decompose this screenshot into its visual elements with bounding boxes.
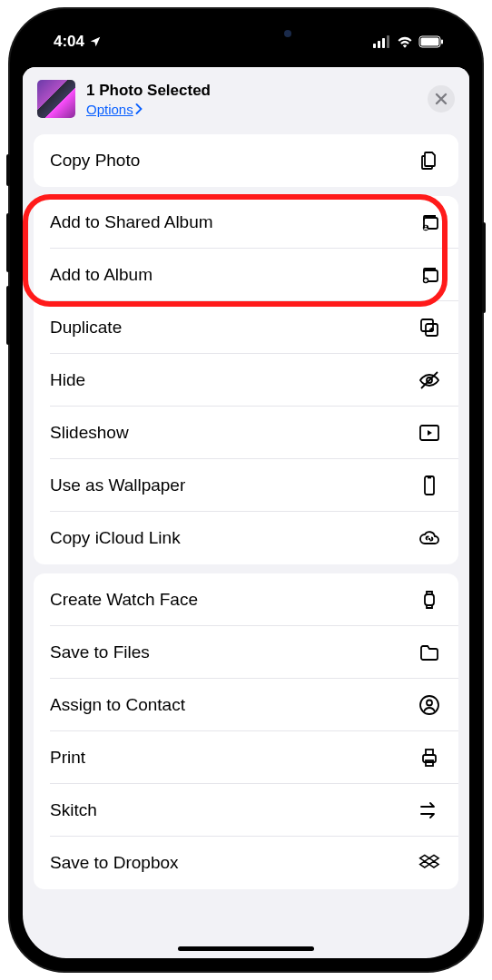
svg-rect-6 <box>441 40 443 44</box>
svg-rect-0 <box>373 44 376 48</box>
photo-thumbnail[interactable] <box>37 80 75 118</box>
action-group: Add to Shared Album Add to Album Duplica… <box>34 196 458 564</box>
copy-photo-row[interactable]: Copy Photo <box>34 134 458 187</box>
options-label: Options <box>86 102 133 117</box>
power-button <box>482 222 486 313</box>
sheet-header: 1 Photo Selected Options <box>23 67 469 134</box>
row-label: Use as Wallpaper <box>50 475 185 495</box>
location-icon <box>89 35 102 48</box>
shared-album-icon <box>417 210 442 235</box>
share-sheet: 1 Photo Selected Options Copy Photo <box>23 67 469 958</box>
row-label: Assign to Contact <box>50 695 185 715</box>
add-album-row[interactable]: Add to Album <box>34 249 458 301</box>
assign-contact-row[interactable]: Assign to Contact <box>34 679 458 731</box>
close-button[interactable] <box>428 85 455 113</box>
svg-rect-1 <box>378 41 380 48</box>
skitch-icon <box>417 798 442 823</box>
wallpaper-icon <box>417 473 442 498</box>
svg-rect-23 <box>426 750 433 755</box>
folder-icon <box>417 640 442 665</box>
actions-list: Copy Photo Add to Shared Album <box>23 134 469 889</box>
svg-rect-19 <box>425 594 434 605</box>
hide-row[interactable]: Hide <box>34 354 458 407</box>
contact-icon <box>417 692 442 718</box>
dropbox-row[interactable]: Save to Dropbox <box>34 837 458 889</box>
notch <box>151 22 341 47</box>
duplicate-icon <box>417 315 442 340</box>
row-label: Copy iCloud Link <box>50 528 181 548</box>
watch-icon <box>417 587 442 612</box>
close-icon <box>435 93 448 105</box>
volume-up-button <box>6 213 10 272</box>
print-row[interactable]: Print <box>34 731 458 784</box>
svg-rect-3 <box>387 35 389 48</box>
side-button <box>6 154 10 186</box>
row-label: Save to Dropbox <box>50 853 179 873</box>
action-group: Create Watch Face Save to Files Assign t… <box>34 573 458 889</box>
print-icon <box>417 745 442 770</box>
status-time: 4:04 <box>44 33 102 51</box>
row-label: Copy Photo <box>50 151 140 171</box>
row-label: Add to Album <box>50 265 153 285</box>
row-label: Hide <box>50 370 85 390</box>
row-label: Create Watch Face <box>50 590 198 610</box>
row-label: Print <box>50 748 85 768</box>
slideshow-icon <box>417 420 442 446</box>
add-shared-album-row[interactable]: Add to Shared Album <box>34 196 458 249</box>
home-indicator[interactable] <box>178 946 314 951</box>
slideshow-row[interactable]: Slideshow <box>34 407 458 459</box>
volume-down-button <box>6 286 10 345</box>
icloud-link-row[interactable]: Copy iCloud Link <box>34 512 458 564</box>
dropbox-icon <box>417 850 442 876</box>
battery-icon <box>418 35 444 48</box>
phone-frame: 4:04 <box>10 9 482 971</box>
skitch-row[interactable]: Skitch <box>34 784 458 837</box>
svg-rect-2 <box>382 38 385 48</box>
duplicate-row[interactable]: Duplicate <box>34 301 458 354</box>
wallpaper-row[interactable]: Use as Wallpaper <box>34 459 458 512</box>
sheet-title: 1 Photo Selected <box>86 82 417 100</box>
svg-point-21 <box>427 701 432 706</box>
row-label: Slideshow <box>50 423 129 443</box>
time-label: 4:04 <box>54 33 84 51</box>
cloud-link-icon <box>417 525 442 551</box>
copy-doc-icon <box>417 148 442 173</box>
svg-rect-24 <box>426 760 433 766</box>
svg-rect-5 <box>421 38 439 46</box>
hide-icon <box>417 368 442 393</box>
svg-point-9 <box>425 226 427 228</box>
row-label: Add to Shared Album <box>50 212 213 232</box>
screen: 4:04 <box>23 22 469 958</box>
action-group: Copy Photo <box>34 134 458 187</box>
svg-rect-17 <box>425 476 434 495</box>
row-label: Skitch <box>50 800 97 820</box>
options-link[interactable]: Options <box>86 102 417 117</box>
row-label: Duplicate <box>50 318 122 338</box>
row-label: Save to Files <box>50 642 150 662</box>
wifi-icon <box>397 35 413 48</box>
add-album-icon <box>417 262 442 288</box>
watch-face-row[interactable]: Create Watch Face <box>34 573 458 626</box>
save-files-row[interactable]: Save to Files <box>34 626 458 679</box>
cellular-icon <box>373 35 391 48</box>
